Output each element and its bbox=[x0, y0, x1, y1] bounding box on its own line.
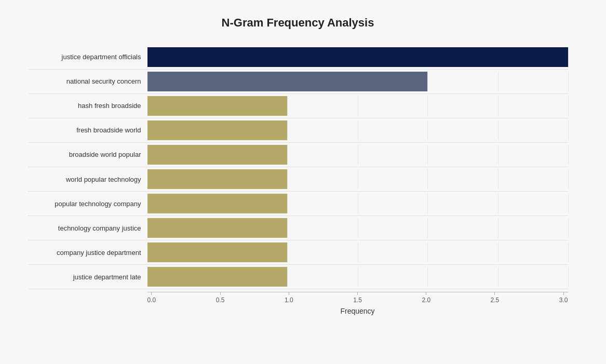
bar-label: national security concern bbox=[28, 77, 147, 85]
chart-area: justice department officialsnational sec… bbox=[28, 45, 568, 315]
bar-label: technology company justice bbox=[28, 224, 147, 232]
bar-row: world popular technology bbox=[28, 167, 568, 192]
bar-fill bbox=[147, 169, 288, 189]
bar-fill bbox=[147, 194, 288, 213]
bar-fill bbox=[147, 145, 288, 165]
bar-track bbox=[147, 194, 568, 213]
bar-fill bbox=[147, 72, 428, 91]
bar-row: justice department late bbox=[28, 265, 568, 289]
bar-label: fresh broadside world bbox=[28, 126, 147, 134]
x-tick: 0.5 bbox=[216, 292, 225, 304]
bar-label: justice department late bbox=[28, 273, 147, 281]
bar-fill bbox=[147, 267, 288, 287]
x-axis-label: Frequency bbox=[147, 307, 568, 315]
bar-label: justice department officials bbox=[28, 53, 147, 61]
bar-row: justice department officials bbox=[28, 45, 568, 70]
bar-track bbox=[147, 267, 568, 287]
chart-title: N-Gram Frequency Analysis bbox=[28, 16, 568, 30]
bar-label: hash fresh broadside bbox=[28, 102, 147, 110]
chart-container: N-Gram Frequency Analysis justice depart… bbox=[18, 6, 589, 359]
bar-track bbox=[147, 145, 568, 165]
x-tick: 2.5 bbox=[491, 292, 500, 304]
x-tick: 0.0 bbox=[147, 292, 156, 304]
bar-track bbox=[147, 218, 568, 238]
bar-fill bbox=[147, 218, 288, 238]
bar-row: hash fresh broadside bbox=[28, 94, 568, 118]
bar-row: company justice department bbox=[28, 240, 568, 265]
bar-track bbox=[147, 242, 568, 262]
bar-fill bbox=[147, 47, 568, 67]
x-tick: 1.5 bbox=[353, 292, 362, 304]
bar-track bbox=[147, 169, 568, 189]
bar-fill bbox=[147, 120, 288, 140]
bar-fill bbox=[147, 242, 288, 262]
x-tick: 1.0 bbox=[285, 292, 293, 304]
bar-row: broadside world popular bbox=[28, 143, 568, 167]
bar-track bbox=[147, 120, 568, 140]
x-tick: 3.0 bbox=[559, 292, 568, 304]
bar-track bbox=[147, 47, 568, 67]
bar-fill bbox=[147, 96, 288, 116]
bar-row: national security concern bbox=[28, 70, 568, 94]
bar-track bbox=[147, 96, 568, 116]
bars-section: justice department officialsnational sec… bbox=[28, 45, 568, 290]
bar-label: broadside world popular bbox=[28, 151, 147, 158]
bar-row: popular technology company bbox=[28, 192, 568, 216]
bar-row: technology company justice bbox=[28, 216, 568, 240]
bar-label: popular technology company bbox=[28, 200, 147, 208]
bar-label: world popular technology bbox=[28, 176, 147, 183]
bar-label: company justice department bbox=[28, 249, 147, 257]
x-tick: 2.0 bbox=[422, 292, 430, 304]
bar-track bbox=[147, 72, 568, 91]
bar-row: fresh broadside world bbox=[28, 118, 568, 143]
